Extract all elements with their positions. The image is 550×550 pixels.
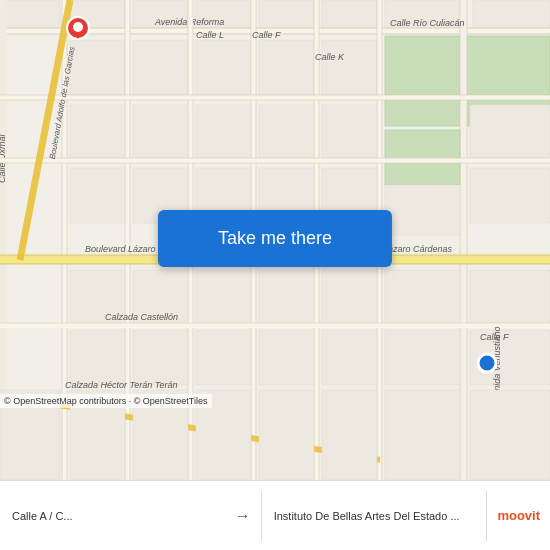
svg-rect-52 — [470, 105, 550, 160]
svg-rect-5 — [259, 0, 314, 30]
svg-rect-14 — [133, 40, 188, 95]
svg-rect-83 — [385, 330, 460, 385]
svg-text:Calzada Castellón: Calzada Castellón — [105, 312, 178, 322]
svg-rect-82 — [322, 330, 377, 385]
svg-rect-47 — [133, 105, 188, 160]
svg-rect-50 — [322, 105, 377, 160]
svg-point-105 — [478, 354, 496, 372]
svg-rect-43 — [0, 95, 550, 100]
svg-rect-78 — [70, 330, 125, 385]
destination-label: Instituto De Bellas Artes Del Estado ... — [274, 510, 475, 522]
svg-rect-80 — [196, 330, 251, 385]
take-me-there-button[interactable]: Take me there — [158, 210, 392, 267]
svg-rect-37 — [460, 0, 467, 480]
svg-rect-74 — [470, 270, 550, 325]
bottom-bar: Calle A / C... → Instituto De Bellas Art… — [0, 480, 550, 550]
svg-rect-71 — [259, 270, 314, 325]
map-attribution: © OpenStreetMap contributors · © OpenStr… — [0, 394, 212, 408]
svg-rect-48 — [196, 105, 251, 160]
moovit-brand-text: moovit — [497, 508, 540, 523]
svg-rect-8 — [473, 0, 550, 30]
svg-rect-99 — [322, 390, 377, 480]
svg-text:Calle Río Culiacán: Calle Río Culiacán — [390, 18, 465, 28]
svg-text:Calzada Héctor Terán Terán: Calzada Héctor Terán Terán — [65, 380, 177, 390]
map-container: Avenida Reforma Calle Río Culiacá — [0, 0, 550, 480]
svg-rect-72 — [322, 270, 377, 325]
svg-point-104 — [73, 22, 83, 32]
svg-rect-70 — [196, 270, 251, 325]
svg-rect-15 — [196, 40, 251, 95]
svg-rect-98 — [259, 390, 314, 480]
svg-rect-73 — [385, 270, 460, 325]
arrow-icon: → — [225, 507, 261, 525]
svg-rect-62 — [470, 168, 550, 223]
svg-text:Calle L: Calle L — [196, 30, 224, 40]
svg-rect-53 — [0, 158, 550, 163]
svg-rect-75 — [0, 323, 550, 328]
moovit-logo: moovit — [487, 508, 550, 523]
origin-section: Calle A / C... — [0, 502, 225, 530]
svg-rect-61 — [385, 185, 460, 235]
svg-text:Calle K: Calle K — [315, 52, 345, 62]
svg-rect-1 — [0, 0, 60, 30]
svg-rect-17 — [322, 40, 377, 95]
svg-rect-16 — [259, 40, 314, 95]
svg-rect-13 — [70, 40, 125, 95]
svg-rect-51 — [385, 130, 460, 185]
svg-text:Calle F: Calle F — [252, 30, 281, 40]
svg-rect-56 — [70, 168, 125, 223]
svg-rect-81 — [259, 330, 314, 385]
svg-rect-22 — [125, 0, 130, 480]
svg-rect-46 — [70, 105, 125, 160]
svg-rect-6 — [322, 0, 377, 30]
svg-rect-79 — [133, 330, 188, 385]
svg-rect-101 — [470, 390, 550, 480]
destination-section: Instituto De Bellas Artes Del Estado ... — [262, 502, 487, 530]
svg-rect-100 — [385, 390, 460, 480]
origin-label: Calle A / C... — [12, 510, 213, 522]
svg-rect-49 — [259, 105, 314, 160]
